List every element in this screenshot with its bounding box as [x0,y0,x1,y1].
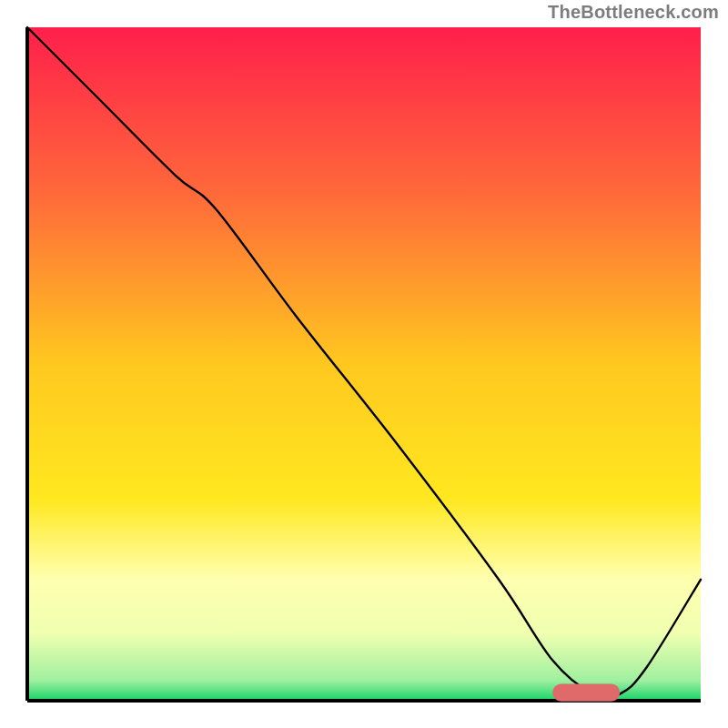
attribution-label: TheBottleneck.com [548,2,719,23]
chart-container: { "attribution": "TheBottleneck.com", "c… [0,0,728,728]
bottleneck-chart [0,0,728,728]
optimal-range-marker [552,684,620,702]
